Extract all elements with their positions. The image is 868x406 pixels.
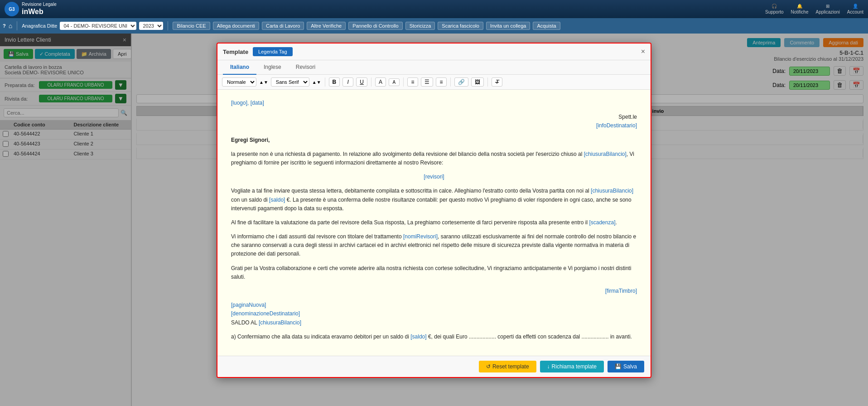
richiama-template-button[interactable]: ↓ Richiama template — [540, 361, 604, 372]
format-select[interactable]: Normale Titolo 1 Titolo 2 — [222, 77, 256, 87]
content-para1: la presente non è una richiesta di pagam… — [231, 150, 637, 167]
logo-icon: G3 — [5, 2, 19, 16]
help-icon[interactable]: ? — [3, 23, 6, 29]
notifiche-btn[interactable]: 🔔 Notifiche — [791, 4, 809, 14]
modal-close-button[interactable]: × — [641, 48, 645, 56]
bilancio-cee-btn[interactable]: Bilancio CEE — [173, 22, 210, 30]
demo-select[interactable]: 04 - DEMO- REVISORE UNI — [60, 22, 136, 30]
content-para2: Vogliate a tal fine inviare questa stess… — [231, 187, 637, 213]
underline-button[interactable]: U — [356, 77, 367, 87]
modal-salva-button[interactable]: 💾 Salva — [608, 361, 644, 372]
italic-button[interactable]: I — [342, 77, 353, 87]
content-pagina-nuova: [paginaNuova] [denominazioneDestinatario… — [231, 301, 637, 327]
toolbar-separator-2 — [168, 21, 168, 30]
content-para6: a) Confermiamo che alla data su indicata… — [231, 333, 637, 341]
modal-header: Template Legenda Tag × — [217, 44, 651, 60]
reset-template-button[interactable]: ↺ Reset template — [479, 361, 536, 372]
pannello-btn[interactable]: Pannello di Controllo — [348, 22, 403, 30]
supporto-btn[interactable]: 🎧 Supporto — [765, 4, 784, 14]
toolbar-sep-4 — [450, 77, 451, 87]
storicizza-btn[interactable]: Storicizza — [405, 22, 435, 30]
acquista-btn[interactable]: Acquista — [533, 22, 560, 30]
toolbar-separator — [17, 21, 17, 30]
legenda-tag-button[interactable]: Legenda Tag — [253, 47, 292, 56]
editor-content[interactable]: [luogo], [data] Spett.le [infoDestinatar… — [217, 90, 651, 356]
carta-btn[interactable]: Carta di Lavoro — [262, 22, 304, 30]
content-firma: [firmaTimbro] — [231, 287, 637, 295]
content-para3: Al fine di facilitare la valutazione da … — [231, 218, 637, 227]
altre-btn[interactable]: Altre Verifiche — [307, 22, 346, 30]
tab-inglese[interactable]: Inglese — [256, 60, 289, 75]
year-select[interactable]: 2023 — [139, 22, 163, 30]
reset-icon: ↺ — [486, 363, 491, 370]
allega-btn[interactable]: Allega documenti — [213, 22, 259, 30]
main-content-area: Invio Lettere Clienti × 💾 Salva ✓ Comple… — [0, 34, 868, 406]
tab-italiano[interactable]: Italiano — [223, 60, 256, 75]
toolbar-sep-5 — [487, 77, 488, 87]
toolbar-sep-1 — [325, 77, 325, 87]
bold-button[interactable]: B — [329, 77, 340, 87]
app-logo: G3 Revisione Legale inWeb — [5, 2, 57, 16]
template-modal: Template Legenda Tag × Italiano Inglese … — [217, 43, 651, 378]
main-toolbar: ? ⌂ Anagrafica Ditte 04 - DEMO- REVISORE… — [0, 18, 868, 34]
anagrafica-label: Anagrafica Ditte — [22, 23, 57, 29]
clear-format-button[interactable]: T̶ — [492, 77, 502, 87]
scarica-btn[interactable]: Scarica fascicolo — [438, 22, 483, 30]
font-color-button[interactable]: A — [375, 77, 386, 87]
content-para4: Vi informiamo che i dati assunti dal rev… — [231, 232, 637, 259]
image-button[interactable]: 🖼 — [471, 77, 484, 87]
tab-revisori[interactable]: Revisori — [289, 60, 323, 75]
toolbar-sep-3 — [403, 77, 404, 87]
modal-header-left: Template Legenda Tag — [223, 47, 293, 56]
home-icon[interactable]: ⌂ — [9, 22, 12, 29]
content-spett: Spett.le [infoDestinatario] — [231, 113, 637, 130]
format-chevron-icon: ▲▼ — [259, 80, 268, 85]
editor-toolbar: Normale Titolo 1 Titolo 2 ▲▼ Sans Serif … — [217, 75, 651, 90]
content-revisori: [revisori] — [231, 173, 637, 181]
content-date-line: [luogo], [data] — [231, 99, 637, 107]
top-nav-actions: 🎧 Supporto 🔔 Notifiche ⊞ Applicazioni 👤 … — [765, 4, 863, 14]
account-btn[interactable]: 👤 Account — [847, 4, 863, 14]
link-button[interactable]: 🔗 — [454, 77, 468, 87]
content-para5: Grati per la Vostra collaborazione e cer… — [231, 264, 637, 281]
logo-text: Revisione Legale inWeb — [22, 2, 57, 16]
font-select[interactable]: Sans Serif Arial — [271, 77, 309, 87]
modal-title: Template — [223, 48, 248, 55]
invita-btn[interactable]: Invita un collega — [486, 22, 530, 30]
font-chevron-icon: ▲▼ — [312, 80, 321, 85]
modal-overlay: Template Legenda Tag × Italiano Inglese … — [0, 34, 868, 406]
ordered-list-button[interactable]: ≡ — [407, 77, 418, 87]
font-size-button[interactable]: A — [389, 78, 400, 86]
toolbar-sep-2 — [371, 77, 371, 87]
align-button[interactable]: ≡ — [436, 77, 447, 87]
richiama-icon: ↓ — [547, 363, 550, 370]
save-modal-icon: 💾 — [615, 363, 622, 370]
top-navigation: G3 Revisione Legale inWeb 🎧 Supporto 🔔 N… — [0, 0, 868, 18]
content-greeting: Egregi Signori, — [231, 136, 637, 145]
modal-footer: ↺ Reset template ↓ Richiama template 💾 S… — [217, 356, 651, 377]
unordered-list-button[interactable]: ☰ — [421, 77, 433, 87]
modal-tabs: Italiano Inglese Revisori — [217, 60, 651, 75]
applicazioni-btn[interactable]: ⊞ Applicazioni — [815, 4, 839, 14]
